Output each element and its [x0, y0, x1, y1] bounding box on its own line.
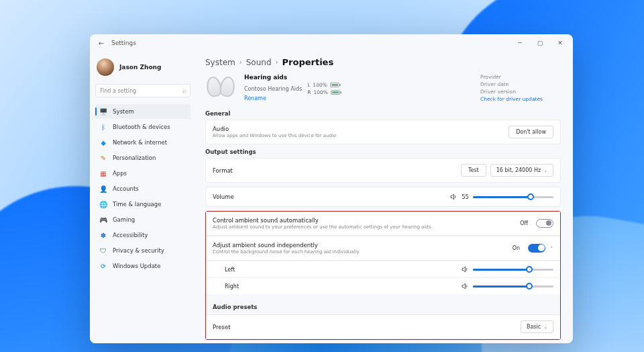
preset-card: Preset Basic ⌄ — [206, 314, 560, 339]
dont-allow-button[interactable]: Don't allow — [508, 126, 553, 138]
settings-window: ← Settings ─ ▢ ✕ Jason Zhong Find a sett… — [90, 34, 573, 343]
chevron-up-icon[interactable]: ⌃ — [549, 246, 553, 251]
ambient-auto-state: Off — [520, 220, 528, 226]
audio-allow-card: Audio Allow apps and Windows to use this… — [205, 120, 561, 144]
highlighted-region: Control ambient sound automatically Adju… — [205, 211, 561, 340]
sidebar-item-label: Accessibility — [113, 232, 148, 238]
profile[interactable]: Jason Zhong — [95, 56, 191, 81]
search-input[interactable]: Find a setting ⌕ — [95, 84, 191, 97]
preset-select[interactable]: Basic ⌄ — [521, 320, 553, 333]
avatar — [97, 58, 114, 76]
ambient-auto-card: Control ambient sound automatically Adju… — [206, 212, 560, 236]
ambient-indep-sub: Control the background noise for each he… — [213, 249, 360, 255]
chevron-right-icon: › — [239, 58, 242, 66]
window-title: Settings — [111, 40, 136, 46]
right-pct: 100% — [313, 89, 327, 95]
sidebar-item-personalization[interactable]: ✎Personalization — [95, 150, 191, 165]
crumb-system[interactable]: System — [205, 58, 235, 67]
audio-title: Audio — [213, 126, 336, 132]
driver-version-label: Driver version — [480, 89, 561, 95]
device-name: Hearing aids — [244, 74, 472, 81]
ambient-left-slider[interactable] — [473, 269, 553, 271]
sidebar-item-label: Time & language — [113, 201, 161, 208]
speaker-icon — [449, 193, 458, 201]
ambient-indep-toggle[interactable] — [528, 244, 545, 253]
driver-meta: Provider Driver date Driver version Chec… — [480, 74, 561, 102]
ambient-right-slider[interactable] — [473, 285, 553, 288]
chevron-right-icon: › — [276, 58, 278, 66]
privacy-security-icon: 🛡 — [99, 247, 107, 255]
rename-link[interactable]: Rename — [244, 95, 472, 101]
section-general: General — [205, 110, 561, 117]
accounts-icon: 👤 — [99, 185, 107, 193]
preset-value: Basic — [527, 324, 541, 330]
battery-icon — [330, 83, 339, 87]
ambient-auto-toggle[interactable] — [536, 219, 553, 228]
personalization-icon: ✎ — [99, 154, 107, 162]
crumb-sound[interactable]: Sound — [246, 58, 272, 67]
ambient-auto-title: Control ambient sound automatically — [213, 217, 431, 224]
ambient-indep-state: On — [513, 245, 520, 251]
chevron-down-icon: ⌄ — [543, 168, 547, 173]
sidebar-item-label: Network & internet — [113, 139, 167, 146]
test-button[interactable]: Test — [461, 164, 486, 177]
time-language-icon: 🌐 — [99, 200, 107, 208]
sidebar-item-apps[interactable]: ▦Apps — [95, 166, 191, 181]
sidebar-item-label: Personalization — [113, 155, 156, 161]
ambient-left-row: Left — [206, 261, 560, 277]
preset-title: Preset — [213, 324, 231, 331]
left-pct: 100% — [313, 82, 327, 88]
titlebar: ← Settings ─ ▢ ✕ — [90, 34, 573, 52]
sidebar-item-label: Accounts — [113, 185, 139, 192]
speaker-icon — [461, 282, 469, 290]
format-card: Format Test 16 bit, 24000 Hz ⌄ — [205, 158, 561, 183]
chevron-down-icon: ⌄ — [543, 324, 547, 330]
gaming-icon: 🎮 — [99, 216, 107, 224]
right-label: R — [307, 89, 311, 95]
volume-title: Volume — [213, 193, 234, 200]
sidebar-item-accessibility[interactable]: ✽Accessibility — [95, 228, 191, 243]
apps-icon: ▦ — [99, 169, 107, 177]
network-internet-icon: ◆ — [99, 138, 107, 146]
battery-icon — [331, 90, 340, 95]
format-select[interactable]: 16 bit, 24000 Hz ⌄ — [490, 164, 553, 177]
format-value: 16 bit, 24000 Hz — [496, 167, 541, 173]
device-image — [205, 74, 236, 101]
sidebar-item-label: Privacy & security — [113, 247, 164, 254]
device-header: Hearing aids Contoso Hearing Aids L 100%… — [205, 74, 561, 102]
minimize-button[interactable]: ─ — [510, 35, 530, 51]
sidebar-item-time-language[interactable]: 🌐Time & language — [95, 197, 191, 212]
volume-slider[interactable] — [473, 196, 553, 198]
close-button[interactable]: ✕ — [550, 35, 570, 51]
bluetooth-devices-icon: ᛒ — [99, 123, 107, 131]
sidebar-item-windows-update[interactable]: ⟳Windows Update — [95, 259, 191, 273]
sidebar-item-label: Windows Update — [113, 263, 160, 269]
sidebar-item-gaming[interactable]: 🎮Gaming — [95, 212, 191, 227]
ambient-right-row: Right — [206, 277, 560, 294]
provider-label: Provider — [480, 74, 561, 80]
system-icon: 🖥️ — [99, 107, 107, 116]
driver-date-label: Driver date — [480, 81, 561, 87]
volume-card: Volume 55 — [205, 187, 561, 207]
profile-name: Jason Zhong — [119, 64, 161, 71]
sidebar: Jason Zhong Find a setting ⌕ 🖥️SystemᛒBl… — [90, 52, 196, 343]
breadcrumb: System › Sound › Properties — [205, 57, 561, 67]
ambient-left-label: Left — [225, 267, 235, 273]
sidebar-item-accounts[interactable]: 👤Accounts — [95, 181, 191, 196]
sidebar-item-bluetooth-devices[interactable]: ᛒBluetooth & devices — [95, 120, 191, 134]
ambient-auto-sub: Adjust ambient sound to your preferences… — [213, 224, 431, 230]
maximize-button[interactable]: ▢ — [530, 35, 550, 51]
section-output: Output settings — [205, 148, 561, 155]
sidebar-item-label: Apps — [113, 170, 127, 177]
sidebar-item-privacy-security[interactable]: 🛡Privacy & security — [95, 243, 191, 258]
left-label: L — [307, 82, 310, 88]
sidebar-item-label: Bluetooth & devices — [113, 124, 170, 130]
accessibility-icon: ✽ — [99, 231, 107, 239]
main-content: System › Sound › Properties Hearing aids… — [196, 52, 573, 343]
crumb-current: Properties — [282, 57, 334, 67]
speaker-icon — [461, 265, 469, 273]
sidebar-item-system[interactable]: 🖥️System — [95, 104, 191, 119]
back-button[interactable]: ← — [97, 40, 106, 47]
sidebar-item-network-internet[interactable]: ◆Network & internet — [95, 135, 191, 150]
check-driver-updates-link[interactable]: Check for driver updates — [480, 96, 561, 102]
